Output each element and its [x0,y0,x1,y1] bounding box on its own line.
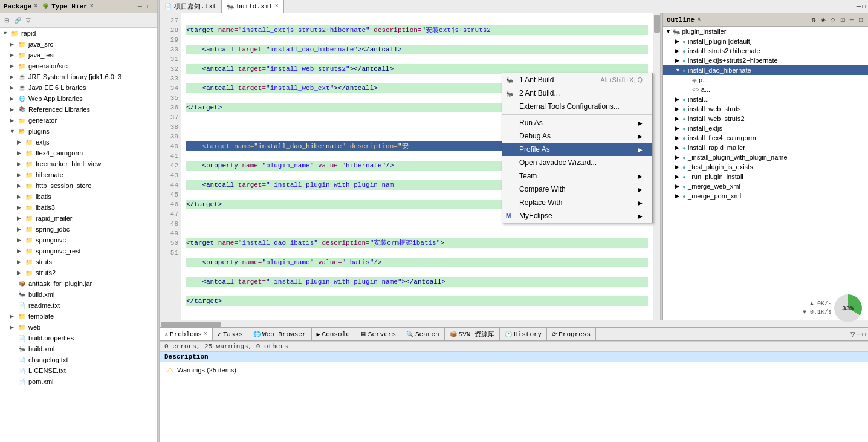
jre-arrow[interactable]: ▶ [10,74,17,80]
tab-svn[interactable]: 📦 SVN 资源库 [445,328,500,340]
outline-label-p[interactable]: p... [699,76,708,83]
root-arrow[interactable]: ▼ [2,30,10,36]
ibatis-label[interactable]: ibatis [36,193,51,200]
tree-item-anttask-jar[interactable]: 📦 anttask_for_plugin.jar [0,278,157,289]
compare-with-label[interactable]: Compare With [519,185,566,193]
reflibs-arrow[interactable]: ▶ [10,106,17,112]
outline-install-plugin[interactable]: ▶ ● install_plugin [default] [663,36,868,46]
tree-item-rapid-mailer[interactable]: ▶ 📁 rapid_mailer [0,213,157,224]
outline-arrow2[interactable]: ▶ [675,48,682,54]
plugins-label[interactable]: plugins [28,128,50,135]
tab-history[interactable]: 🕐 History [500,328,547,340]
tree-item-generator-src[interactable]: ▶ 📁 generator/src [0,60,157,71]
rapid-mailer-label[interactable]: rapid_mailer [36,215,73,222]
warnings-row[interactable]: ⚠ Warnings (25 items) [164,365,863,375]
menu-item-debug-as[interactable]: Debug As ▶ [502,129,652,143]
tree-item-plugins[interactable]: ▼ 📂 plugins [0,126,157,137]
tree-item-build-xml2[interactable]: 🐜 build.xml [0,343,157,354]
outline-label9[interactable]: install_flex4_cairngorm [688,134,756,141]
tab-progress[interactable]: ⟳ Progress [547,328,596,340]
editor-minimize-btn[interactable]: ─ [857,3,861,10]
tree-item-struts2[interactable]: ▶ 📁 struts2 [0,267,157,278]
tree-item-struts[interactable]: ▶ 📁 struts [0,256,157,267]
anttask-label[interactable]: anttask_for_plugin.jar [28,280,92,287]
struts2-arrow[interactable]: ▶ [17,270,24,276]
outline-merge-pom[interactable]: ▶ ● _merge_pom_xml [663,191,868,201]
progress-label[interactable]: Progress [559,331,591,338]
tree-item-javaee[interactable]: ▶ ☕ Java EE 6 Libraries [0,82,157,93]
menu-item-ant-build2[interactable]: 🐜 2 Ant Build... [502,86,652,100]
outline-arrow14[interactable]: ▶ [675,183,682,189]
bottom-maximize[interactable]: □ [862,331,866,337]
outline-label6[interactable]: install_web_struts [688,105,740,112]
tree-item-generator[interactable]: ▶ 📁 generator [0,115,157,126]
outline-install-flex4[interactable]: ▶ ● install_flex4_cairngorm [663,133,868,143]
tree-item-build-xml[interactable]: 🐜 build.xml [0,289,157,300]
outline-btn2[interactable]: ◈ [819,16,828,24]
root-label[interactable]: rapid [21,30,36,37]
tree-item-extjs[interactable]: ▶ 📁 extjs [0,137,157,148]
type-hier-tab[interactable]: 🌳 [42,3,49,10]
webapp-arrow[interactable]: ▶ [10,96,17,102]
outline-install-dao-hib[interactable]: ▼ ● install_dao_hibernate [663,65,868,75]
ibatis-arrow[interactable]: ▶ [17,193,24,200]
outline-arrow8[interactable]: ▶ [675,125,682,131]
outline-label1[interactable]: install_plugin [default] [688,37,752,45]
web-label[interactable]: web [28,323,40,331]
tree-item-referenced-libs[interactable]: ▶ 📚 Referenced Libraries [0,104,157,115]
outline-arrow12[interactable]: ▶ [675,164,682,170]
flex4-arrow[interactable]: ▶ [17,150,24,156]
svn-label[interactable]: SVN 资源库 [459,330,494,339]
menu-item-run-as[interactable]: Run As ▶ [502,116,652,129]
tab-problems[interactable]: ⚠ Problems × [160,328,213,340]
outline-install-web-struts2[interactable]: ▶ ● install_web_struts2 [663,114,868,123]
external-tools-label[interactable]: External Tools Configurations... [519,102,620,111]
build-xml-label[interactable]: build.xml [28,291,54,298]
tree-item-build-properties[interactable]: 📄 build.properties [0,333,157,343]
java-test-label[interactable]: java_test [28,51,55,59]
tree-item-flex4[interactable]: ▶ 📁 flex4_cairngorm [0,148,157,158]
outline-antcall-a[interactable]: <> a... [663,85,868,94]
editor-tab-项目嘉知[interactable]: 📄 项目嘉知.txt [160,0,222,13]
tree-item-http-session[interactable]: ▶ 📁 http_session_store [0,180,157,191]
plugins-arrow[interactable]: ▼ [10,128,17,134]
flex4-label[interactable]: flex4_cairngorm [36,149,83,157]
license-label[interactable]: LICENSE.txt [28,367,66,374]
bottom-action1[interactable]: ▽ [850,331,855,337]
menu-item-ant-build[interactable]: 🐜 1 Ant Build Alt+Shift+X, Q [502,73,652,86]
javaee-label[interactable]: Java EE 6 Libraries [28,84,86,91]
outline-arrow7[interactable]: ▶ [675,115,682,122]
outline-close[interactable]: × [697,16,701,23]
servers-label[interactable]: Servers [368,331,396,338]
open-javadoc-label[interactable]: Open Javadoc Wizard... [519,158,597,167]
outline-root-label[interactable]: plugin_installer [682,28,726,35]
outline-arrow10[interactable]: ▶ [675,145,682,151]
tree-item-springmvc[interactable]: ▶ 📁 springmvc [0,235,157,245]
outline-minimize[interactable]: ─ [848,16,856,24]
http-session-arrow[interactable]: ▶ [17,183,24,189]
spring-jdbc-label[interactable]: spring_jdbc [36,226,70,233]
editor-hscroll[interactable] [160,320,868,327]
outline-btn3[interactable]: ◇ [829,16,837,24]
java-src-arrow[interactable]: ▶ [10,41,17,47]
tree-item-web[interactable]: ▶ 📁 web [0,322,157,333]
menu-item-team[interactable]: Team ▶ [502,169,652,183]
generator-src-arrow[interactable]: ▶ [10,63,17,69]
outline-arrow6[interactable]: ▶ [675,106,682,112]
springmvc-label[interactable]: springmvc [36,236,66,244]
tree-menu-btn[interactable]: ▽ [24,16,33,24]
outline-install-web-struts[interactable]: ▶ ● install_web_struts [663,104,868,114]
outline-root-arrow[interactable]: ▼ [666,28,673,34]
tab-console[interactable]: ▶ Console [312,328,355,340]
tab2-close[interactable]: × [275,3,279,10]
outline-btn4[interactable]: ⊡ [838,16,847,24]
editor-maximize-btn[interactable]: □ [862,3,866,10]
template-label[interactable]: template [28,313,54,320]
java-test-arrow[interactable]: ▶ [10,52,17,58]
tree-root[interactable]: ▼ 📁 rapid [0,28,157,39]
java-src-label[interactable]: java_src [28,41,53,48]
changelog-label[interactable]: changelog.txt [28,356,68,363]
struts-label[interactable]: struts [36,258,52,265]
outline-label4[interactable]: install_dao_hibernate [688,67,751,74]
outline-arrow13[interactable]: ▶ [675,174,682,180]
